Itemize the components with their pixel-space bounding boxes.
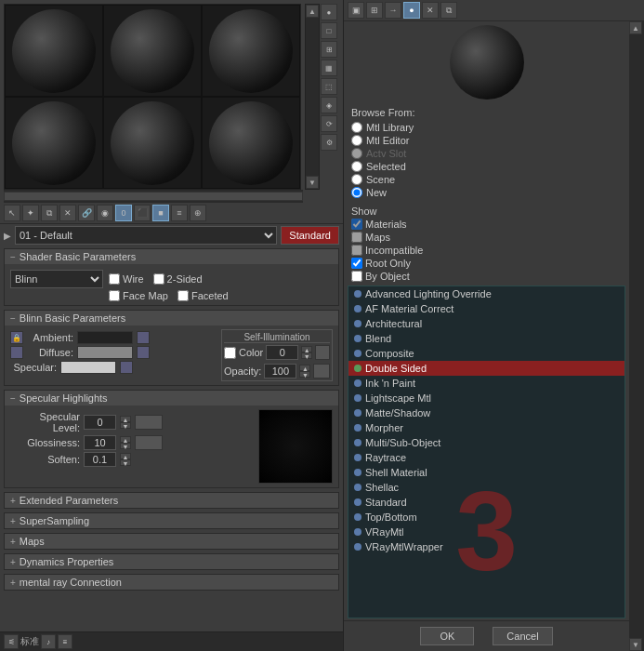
specular-swatch[interactable]: [60, 361, 116, 374]
supersampling-row[interactable]: + SuperSampling: [4, 512, 339, 529]
material-list-item[interactable]: Multi/Sub-Object: [348, 435, 624, 450]
right-tb-6[interactable]: ⧉: [440, 2, 457, 19]
cancel-button[interactable]: Cancel: [493, 627, 552, 645]
opacity-swatch[interactable]: [313, 364, 330, 379]
material-list-item[interactable]: Morpher: [348, 420, 624, 435]
ambient-map-btn[interactable]: [137, 331, 150, 344]
material-list-item[interactable]: Advanced Lighting Override: [348, 286, 624, 301]
face-map-checkbox[interactable]: [109, 290, 120, 301]
toolbar-btn-delete[interactable]: ✕: [59, 205, 76, 221]
icon-btn-8[interactable]: ⚙: [321, 134, 337, 151]
icon-btn-1[interactable]: ●: [321, 4, 337, 20]
preview-cell-5[interactable]: [103, 97, 202, 189]
preview-cell-1[interactable]: [5, 5, 103, 97]
material-list-item[interactable]: Lightscape Mtl: [348, 391, 624, 405]
radio-mtl-library-input[interactable]: [351, 122, 362, 133]
glossiness-swatch[interactable]: [135, 435, 163, 450]
scroll-down-btn[interactable]: ▼: [306, 176, 319, 189]
toolbar-btn-sphere[interactable]: ◉: [97, 205, 113, 221]
ambient-lock-btn[interactable]: 🔒: [10, 331, 23, 344]
faceted-checkbox[interactable]: [177, 290, 189, 301]
right-tb-1[interactable]: ▣: [348, 2, 364, 19]
opacity-spin-down[interactable]: ▼: [299, 371, 310, 378]
illum-swatch[interactable]: [315, 345, 330, 360]
material-list-item[interactable]: Blend: [348, 331, 624, 346]
glossiness-input[interactable]: [84, 435, 116, 450]
specular-map-btn[interactable]: [120, 361, 133, 374]
right-scroll-up[interactable]: ▲: [629, 21, 642, 34]
icon-btn-4[interactable]: ▦: [321, 60, 337, 76]
right-tb-2[interactable]: ⊞: [366, 2, 383, 19]
material-list[interactable]: Advanced Lighting OverrideAF Material Co…: [348, 286, 625, 618]
toolbar-btn-pick[interactable]: ✦: [22, 205, 39, 221]
specular-highlights-header[interactable]: − Specular Highlights: [5, 391, 338, 405]
icon-btn-5[interactable]: ⬚: [321, 78, 337, 95]
taskbar-icon-2[interactable]: ♪: [41, 634, 56, 649]
blinn-basic-params-header[interactable]: − Blinn Basic Parameters: [5, 311, 338, 326]
material-list-item[interactable]: Ink 'n Paint: [348, 376, 624, 391]
diffuse-lock-btn[interactable]: [10, 346, 23, 359]
material-list-item[interactable]: VRayMtl: [348, 525, 624, 539]
show-materials-checkbox[interactable]: [351, 219, 362, 230]
spin-down[interactable]: ▼: [301, 352, 312, 359]
toolbar-btn-arrow[interactable]: ↖: [4, 205, 20, 221]
shader-basic-params-header[interactable]: − Shader Basic Parameters: [5, 249, 338, 264]
toolbar-btn-extra[interactable]: ⊕: [190, 205, 206, 221]
wire-checkbox[interactable]: [109, 273, 120, 285]
toolbar-btn-copy[interactable]: ⧉: [41, 205, 58, 221]
diffuse-swatch[interactable]: [77, 346, 133, 359]
material-list-item[interactable]: AF Material Correct: [348, 301, 624, 316]
material-type-button[interactable]: Standard: [281, 226, 339, 245]
material-list-item[interactable]: Double Sided: [348, 361, 624, 376]
material-list-item[interactable]: Matte/Shadow: [348, 405, 624, 420]
icon-btn-7[interactable]: ⟳: [321, 115, 337, 132]
opacity-value[interactable]: [264, 364, 296, 379]
taskbar-icon-1[interactable]: ⚟: [4, 634, 19, 649]
illum-color-value[interactable]: [266, 345, 298, 360]
diffuse-map-btn[interactable]: [137, 346, 150, 359]
material-list-item[interactable]: Shellac: [348, 480, 624, 495]
radio-new-input[interactable]: [351, 187, 362, 198]
taskbar-icon-3[interactable]: ≡: [58, 634, 72, 649]
icon-btn-6[interactable]: ◈: [321, 97, 337, 113]
show-by-object-checkbox[interactable]: [351, 271, 362, 282]
toolbar-btn-link[interactable]: 🔗: [78, 205, 95, 221]
toolbar-btn-tex[interactable]: ⬛: [134, 205, 151, 221]
maps-row[interactable]: + Maps: [4, 533, 339, 550]
material-list-item[interactable]: Architectural: [348, 316, 624, 331]
toolbar-btn-num[interactable]: 0: [115, 205, 132, 221]
icon-btn-2[interactable]: □: [321, 22, 337, 39]
spec-level-spinner[interactable]: ▲ ▼: [120, 416, 131, 429]
right-tb-3[interactable]: →: [385, 2, 401, 19]
material-list-item[interactable]: VRayMtlWrapper: [348, 539, 624, 554]
mental-ray-row[interactable]: + mental ray Connection: [4, 574, 339, 591]
preview-cell-4[interactable]: [5, 97, 103, 189]
radio-scene-input[interactable]: [351, 174, 362, 185]
extended-params-row[interactable]: + Extended Parameters: [4, 492, 339, 509]
spin-up[interactable]: ▲: [301, 346, 312, 352]
ambient-swatch[interactable]: [77, 331, 133, 344]
preview-cell-3[interactable]: [202, 5, 300, 97]
show-maps-checkbox[interactable]: [351, 232, 362, 243]
opacity-spin-up[interactable]: ▲: [299, 365, 310, 371]
show-incompatible-checkbox[interactable]: [351, 245, 362, 256]
radio-active-slot-input[interactable]: [351, 148, 362, 159]
ok-button[interactable]: OK: [420, 627, 474, 645]
soften-spinner[interactable]: ▲ ▼: [120, 453, 131, 466]
material-list-item[interactable]: Composite: [348, 346, 624, 361]
radio-selected-input[interactable]: [351, 161, 362, 172]
scroll-up-btn[interactable]: ▲: [306, 5, 319, 18]
radio-mtl-editor-input[interactable]: [351, 135, 362, 146]
material-list-item[interactable]: Top/Bottom: [348, 510, 624, 525]
preview-cell-2[interactable]: [103, 5, 202, 97]
spec-level-swatch[interactable]: [135, 415, 163, 430]
dynamics-row[interactable]: + Dynamics Properties: [4, 553, 339, 570]
material-list-item[interactable]: Standard: [348, 495, 624, 510]
illum-color-checkbox[interactable]: [224, 347, 236, 359]
spec-level-input[interactable]: [84, 415, 116, 430]
soften-input[interactable]: [84, 452, 116, 467]
two-sided-checkbox[interactable]: [153, 273, 164, 285]
toolbar-btn-more[interactable]: ≡: [171, 205, 188, 221]
glossiness-spinner[interactable]: ▲ ▼: [120, 436, 131, 449]
preview-cell-6[interactable]: [202, 97, 300, 189]
